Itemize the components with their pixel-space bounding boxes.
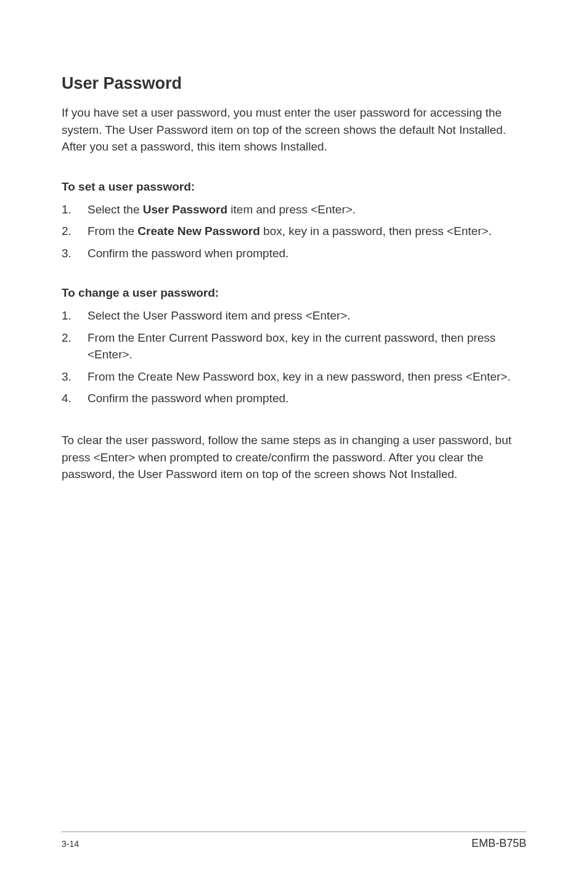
page-footer: 3-14 EMB-B75B [62, 831, 526, 850]
list-item: 3. Confirm the password when prompted. [62, 245, 526, 262]
footer-divider [62, 831, 526, 832]
item-text: Confirm the password when prompted. [88, 390, 526, 407]
list-item: 2. From the Create New Password box, key… [62, 223, 526, 240]
item-text: Select the User Password item and press … [88, 201, 526, 218]
item-text: From the Enter Current Password box, key… [88, 329, 526, 363]
item-text: From the Create New Password box, key in… [88, 368, 526, 386]
intro-text: If you have set a user password, you mus… [62, 104, 526, 155]
list-item: 1. Select the User Password item and pre… [62, 201, 526, 218]
item-number: 1. [62, 307, 88, 324]
item-number: 3. [62, 245, 88, 262]
section2-list: 1. Select the User Password item and pre… [62, 307, 526, 407]
item-text: Confirm the password when prompted. [88, 245, 526, 262]
section2-heading: To change a user password: [62, 286, 526, 300]
list-item: 2. From the Enter Current Password box, … [62, 329, 526, 363]
list-item: 3. From the Create New Password box, key… [62, 368, 526, 386]
page-title: User Password [62, 74, 526, 93]
list-item: 4. Confirm the password when prompted. [62, 390, 526, 407]
item-number: 3. [62, 368, 88, 386]
item-text: Select the User Password item and press … [88, 307, 526, 324]
product-name: EMB-B75B [472, 837, 526, 850]
item-number: 2. [62, 223, 88, 240]
closing-text: To clear the user password, follow the s… [62, 432, 526, 483]
page-number: 3-14 [62, 839, 79, 849]
section1-heading: To set a user password: [62, 180, 526, 194]
item-number: 2. [62, 329, 88, 363]
section1-list: 1. Select the User Password item and pre… [62, 201, 526, 262]
item-number: 1. [62, 201, 88, 218]
list-item: 1. Select the User Password item and pre… [62, 307, 526, 324]
item-text: From the Create New Password box, key in… [88, 223, 526, 240]
item-number: 4. [62, 390, 88, 407]
